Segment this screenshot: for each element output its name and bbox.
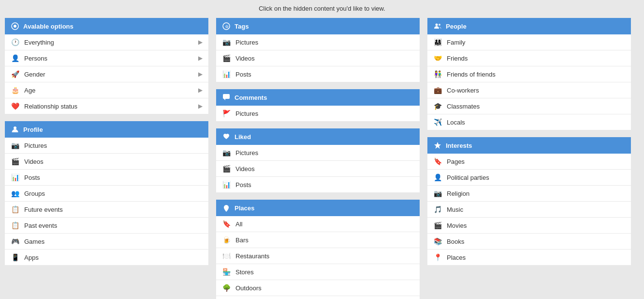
interests-books[interactable]: 📚 Books xyxy=(427,234,631,250)
posts-icon-profile: 📊 xyxy=(11,173,19,182)
option-everything-label: Everything xyxy=(24,39,193,46)
outdoors-icon: 🌳 xyxy=(222,283,231,292)
liked-icon xyxy=(222,132,231,141)
svg-point-9 xyxy=(439,24,440,26)
liked-posts[interactable]: 📊 Posts xyxy=(216,177,420,193)
liked-videos[interactable]: 🎬 Videos xyxy=(216,161,420,177)
profile-videos[interactable]: 🎬 Videos xyxy=(5,154,208,170)
age-icon: 🎂 xyxy=(11,86,19,94)
locals-icon: ✈️ xyxy=(433,118,442,126)
profile-pictures[interactable]: 📷 Pictures xyxy=(5,138,208,154)
places-hotels[interactable]: 🏨 Hotels xyxy=(216,296,420,299)
profile-groups[interactable]: 👥 Groups xyxy=(5,186,208,202)
profile-panel: Profile 📷 Pictures 🎬 Videos 📊 Posts 👥 Gr… xyxy=(5,121,208,266)
religion-icon: 📷 xyxy=(433,189,442,198)
places-bars[interactable]: 🍺 Bars xyxy=(216,232,420,248)
option-relationship[interactable]: ❤️ Relationship status ▶ xyxy=(5,98,208,114)
people-friends[interactable]: 🤝 Friends xyxy=(427,50,631,66)
movies-icon: 🎬 xyxy=(433,221,442,230)
interests-political-parties[interactable]: 👤 Political parties xyxy=(427,170,631,186)
option-persons-label: Persons xyxy=(24,55,193,62)
svg-point-8 xyxy=(436,24,438,26)
option-age[interactable]: 🎂 Age ▶ xyxy=(5,82,208,98)
svg-point-2 xyxy=(14,126,16,129)
posts-icon-liked: 📊 xyxy=(222,180,231,189)
people-header: People xyxy=(427,18,631,34)
places-stores[interactable]: 🏪 Stores xyxy=(216,264,420,280)
comments-title: Comments xyxy=(235,94,267,101)
profile-posts[interactable]: 📊 Posts xyxy=(5,170,208,186)
places-restaurants[interactable]: 🍽️ Restaurants xyxy=(216,248,420,264)
arrow-icon-persons: ▶ xyxy=(198,55,203,62)
interests-pages[interactable]: 🔖 Pages xyxy=(427,154,631,170)
option-age-label: Age xyxy=(24,87,193,94)
gender-icon: 🚀 xyxy=(11,70,19,79)
profile-games[interactable]: 🎮 Games xyxy=(5,234,208,250)
interests-panel: Interests 🔖 Pages 👤 Political parties 📷 … xyxy=(427,137,631,266)
camera-icon-liked: 📷 xyxy=(222,148,231,157)
restaurant-icon: 🍽️ xyxy=(222,252,231,260)
political-icon: 👤 xyxy=(433,173,442,182)
comments-header: Comments xyxy=(216,89,420,106)
available-options-header: Avalable options xyxy=(5,18,208,34)
option-relationship-label: Relationship status xyxy=(24,103,193,110)
people-friends-of-friends[interactable]: 👫 Friends of friends xyxy=(427,66,631,82)
interests-music[interactable]: 🎵 Music xyxy=(427,202,631,218)
people-coworkers[interactable]: 💼 Co-workers xyxy=(427,82,631,98)
people-family[interactable]: 👨‍👩‍👧 Family xyxy=(427,34,631,50)
person-icon: 👤 xyxy=(11,54,19,63)
comments-icon xyxy=(222,93,231,102)
liked-pictures[interactable]: 📷 Pictures xyxy=(216,145,420,161)
camera-icon-profile: 📷 xyxy=(11,141,19,150)
arrow-icon-gender: ▶ xyxy=(198,71,203,78)
store-icon: 🏪 xyxy=(222,268,231,276)
comments-pictures[interactable]: 🚩 Pictures xyxy=(216,106,420,122)
liked-panel: Liked 📷 Pictures 🎬 Videos 📊 Posts xyxy=(216,128,420,193)
option-gender[interactable]: 🚀 Gender ▶ xyxy=(5,66,208,82)
games-icon: 🎮 xyxy=(11,237,19,246)
svg-marker-10 xyxy=(434,142,441,149)
interests-religion[interactable]: 📷 Religion xyxy=(427,186,631,202)
camera-icon-tags: 📷 xyxy=(222,38,231,47)
books-icon: 📚 xyxy=(433,237,442,246)
svg-rect-5 xyxy=(223,94,230,99)
interests-header: Interests xyxy=(427,137,631,154)
tags-panel: ☆ Tags 📷 Pictures 🎬 Videos 📊 Posts xyxy=(216,18,420,82)
places-outdoors[interactable]: 🌳 Outdoors xyxy=(216,280,420,296)
people-locals[interactable]: ✈️ Locals xyxy=(427,114,631,130)
friends-icon: 🤝 xyxy=(433,54,442,63)
people-icon xyxy=(433,22,442,31)
interests-title: Interests xyxy=(446,142,472,149)
video-icon-tags: 🎬 xyxy=(222,54,231,63)
tags-header: ☆ Tags xyxy=(216,18,420,34)
profile-title: Profile xyxy=(23,126,43,133)
places-panel: Places 🔖 All 🍺 Bars 🍽️ Restaurants 🏪 Sto… xyxy=(216,200,420,299)
groups-icon: 👥 xyxy=(11,189,19,198)
option-everything[interactable]: 🕐 Everything ▶ xyxy=(5,34,208,50)
profile-apps[interactable]: 📱 Apps xyxy=(5,250,208,266)
available-options-title: Avalable options xyxy=(23,23,74,30)
people-panel: People 👨‍👩‍👧 Family 🤝 Friends 👫 Friends … xyxy=(427,18,631,130)
all-icon: 🔖 xyxy=(222,220,231,228)
tags-posts[interactable]: 📊 Posts xyxy=(216,66,420,82)
video-icon-profile: 🎬 xyxy=(11,157,19,166)
places-all[interactable]: 🔖 All xyxy=(216,216,420,232)
tags-icon: ☆ xyxy=(222,22,231,31)
arrow-icon-everything: ▶ xyxy=(198,39,203,46)
coworker-icon: 💼 xyxy=(433,86,442,94)
bar-icon: 🍺 xyxy=(222,236,231,244)
places-icon xyxy=(222,204,231,212)
profile-future-events[interactable]: 📋 Future events xyxy=(5,202,208,218)
option-persons[interactable]: 👤 Persons ▶ xyxy=(5,50,208,66)
tags-pictures[interactable]: 📷 Pictures xyxy=(216,34,420,50)
svg-point-1 xyxy=(14,25,16,28)
top-bar: Click on the hidden content you'd like t… xyxy=(5,5,639,12)
fof-icon: 👫 xyxy=(433,70,442,79)
places-interest-icon: 📍 xyxy=(433,253,442,262)
people-classmates[interactable]: 🎓 Classmates xyxy=(427,98,631,114)
instruction-text: Click on the hidden content you'd like t… xyxy=(259,5,385,12)
interests-movies[interactable]: 🎬 Movies xyxy=(427,218,631,234)
interests-places[interactable]: 📍 Places xyxy=(427,250,631,266)
profile-past-events[interactable]: 📋 Past events xyxy=(5,218,208,234)
tags-videos[interactable]: 🎬 Videos xyxy=(216,50,420,66)
